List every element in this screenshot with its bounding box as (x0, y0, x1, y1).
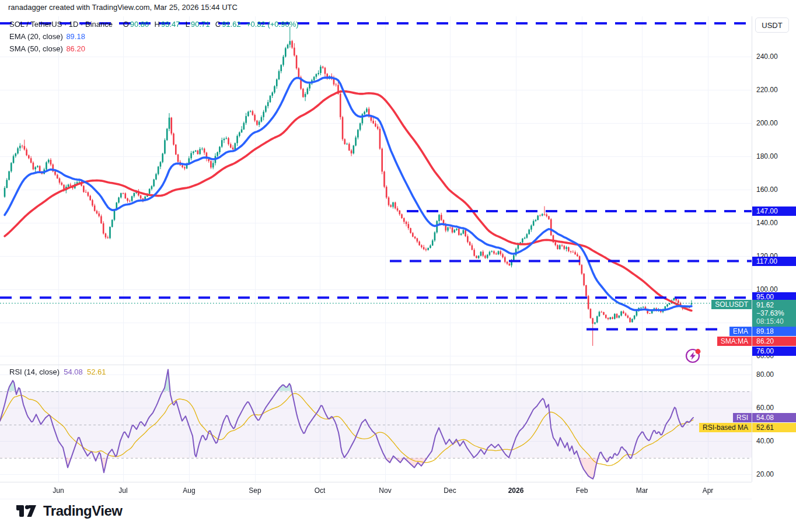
currency-toggle-button[interactable]: USDT (755, 18, 789, 33)
tradingview-logo-icon (15, 503, 37, 519)
price-pane-legend: SOL / TetherUS · 1D · Binance O90.80 H93… (9, 19, 300, 56)
quote-countdown: 08:15:40 (756, 317, 796, 326)
symbol-title: SOL / TetherUS · 1D · Binance (9, 20, 113, 29)
high-label: H (155, 20, 160, 29)
tradingview-wordmark: TradingView (43, 503, 122, 519)
rsi-ma-value-badge: 52.61 (752, 423, 796, 432)
rsi-value-badge: 54.08 (752, 413, 796, 422)
chart-canvas[interactable] (0, 0, 752, 499)
rsi-tick-label: 80.00 (756, 370, 774, 379)
price-tick-label: 140.00 (756, 219, 778, 227)
rsi-tick-label: 20.00 (756, 470, 774, 478)
time-axis-label: Feb (576, 487, 588, 495)
sma-legend-label: SMA (50, close) (9, 44, 63, 53)
tradingview-chart-page: ranadagger created with TradingView.com,… (0, 0, 796, 532)
level-price-badge: 117.00 (752, 257, 796, 266)
time-scale[interactable]: JunJulAugSepOctNovDec2026FebMarApr (0, 482, 752, 499)
time-axis-label: Jun (53, 487, 64, 495)
time-axis-label: Jul (118, 487, 127, 495)
open-value: 90.80 (130, 20, 149, 29)
close-value: 91.62 (222, 20, 241, 29)
rsi-tick-label: 40.00 (756, 437, 774, 445)
close-label: C (215, 20, 221, 29)
rsi-ma-label-badge: RSI-based MA (699, 423, 752, 432)
low-value: 90.71 (191, 20, 210, 29)
rsi-tick-label: 60.00 (756, 404, 774, 412)
time-axis-label: Apr (703, 487, 714, 495)
ema-legend-label: EMA (20, close) (9, 32, 63, 41)
time-axis-label: Oct (315, 487, 326, 495)
ema-label-badge: EMA (729, 327, 752, 336)
quote-change-pct: −37.63% (756, 309, 796, 317)
low-label: L (186, 20, 190, 29)
rsi-pane-legend[interactable]: RSI (14, close) 54.08 52.61 (9, 368, 106, 376)
time-axis-label: Mar (636, 487, 648, 495)
ema-legend-row[interactable]: EMA (20, close) 89.18 (9, 32, 300, 41)
quote-last-price: 91.62 (756, 301, 796, 309)
price-tick-label: 200.00 (756, 119, 778, 127)
quote-symbol-label: SOLUSDT (711, 300, 752, 309)
sma-label-badge: SMA:MA (717, 337, 752, 346)
time-axis-label: Dec (444, 487, 456, 495)
sma-legend-value: 86.20 (66, 44, 85, 53)
time-axis-label: Aug (183, 487, 195, 495)
time-axis-label: Sep (249, 487, 261, 495)
price-tick-label: 240.00 (756, 52, 778, 61)
ema-value-badge: 89.18 (752, 327, 796, 336)
boost-lightning-icon[interactable] (684, 346, 703, 365)
rsi-ma-legend-value: 52.61 (87, 368, 106, 376)
time-axis-label: Nov (379, 487, 391, 495)
ema-legend-value: 89.18 (66, 32, 85, 41)
rsi-legend-value: 54.08 (64, 368, 83, 376)
open-label: O (123, 20, 129, 29)
quote-price-badge: 91.62−37.63%08:15:40 (752, 300, 796, 327)
time-axis-label: 2026 (508, 487, 524, 495)
change-value: +0.82 (+0.90%) (246, 20, 299, 29)
rsi-legend-label: RSI (14, close) (9, 368, 60, 376)
sma-value-badge: 86.20 (752, 337, 796, 346)
high-value: 93.47 (161, 20, 180, 29)
level-price-badge: 147.00 (752, 206, 796, 216)
price-tick-label: 160.00 (756, 186, 778, 194)
price-tick-label: 180.00 (756, 152, 778, 160)
sma-legend-row[interactable]: SMA (50, close) 86.20 (9, 44, 300, 54)
tradingview-footer[interactable]: TradingView (15, 503, 122, 519)
level-price-badge: 76.00 (752, 346, 796, 356)
symbol-row[interactable]: SOL / TetherUS · 1D · Binance O90.80 H93… (9, 19, 300, 29)
price-tick-label: 220.00 (756, 86, 778, 94)
rsi-label-badge: RSI (733, 413, 752, 422)
